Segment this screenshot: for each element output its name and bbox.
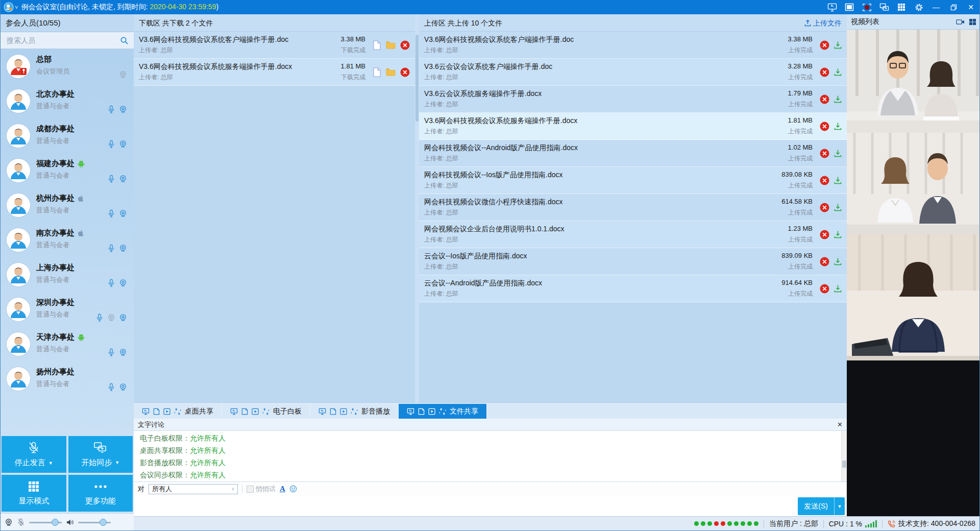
participant-row[interactable]: 北京办事处 普通与会者 — [1, 84, 134, 118]
video-layout-icon[interactable] — [969, 18, 976, 26]
function-tab[interactable]: 文件共享 — [399, 404, 487, 419]
webcam-disabled-icon[interactable] — [119, 70, 127, 79]
send-label[interactable]: 发送(S) — [798, 497, 834, 515]
title-menu-chevron-icon[interactable]: ˅ — [15, 4, 18, 10]
delete-file-icon[interactable] — [820, 122, 829, 131]
delete-file-icon[interactable] — [820, 149, 829, 158]
download-file-icon[interactable] — [834, 230, 842, 238]
download-file-icon[interactable] — [834, 122, 842, 130]
participant-row[interactable]: 总部 会议管理员 — [1, 49, 134, 84]
upload-file-button[interactable]: 上传文件 — [804, 14, 842, 32]
upload-file-row[interactable]: V3.6云会议会议系统客户端操作手册.doc 上传者: 总部 3.28 MB 上… — [419, 59, 847, 86]
delete-file-icon[interactable] — [820, 176, 829, 185]
mic-icon[interactable] — [107, 279, 115, 287]
minimize-button[interactable]: — — [927, 0, 945, 14]
participant-row[interactable]: 杭州办事处 普通与会者 — [1, 188, 134, 223]
display-grid-icon[interactable] — [893, 0, 910, 14]
close-button[interactable]: ✕ — [962, 0, 979, 14]
scrollbar-thumb[interactable] — [415, 35, 419, 122]
download-file-icon[interactable] — [834, 176, 842, 184]
speaker-volume-slider[interactable] — [78, 519, 111, 526]
chat-scrollbar[interactable] — [841, 431, 847, 481]
webcam-icon[interactable] — [119, 244, 127, 252]
font-style-button[interactable]: A — [280, 485, 285, 493]
function-tab[interactable]: 电子白板 — [222, 404, 310, 419]
delete-file-icon[interactable] — [820, 203, 829, 212]
dropdown-caret-icon[interactable]: ▼ — [115, 460, 119, 465]
slider-knob[interactable] — [52, 519, 59, 526]
upload-file-row[interactable]: 云会议--Ios版产品使用指南.docx 上传者: 总部 839.09 KB 上… — [419, 248, 847, 275]
open-file-icon[interactable] — [373, 67, 381, 77]
download-file-icon[interactable] — [834, 203, 842, 211]
delete-file-icon[interactable] — [400, 40, 410, 50]
video-thumbnail[interactable] — [847, 133, 980, 234]
record-icon[interactable] — [858, 0, 875, 14]
open-folder-icon[interactable] — [386, 68, 396, 76]
upload-file-row[interactable]: 网会科技视频会议微信小程序快速指南.docx 上传者: 总部 614.58 KB… — [419, 194, 847, 221]
settings-gear-icon[interactable] — [910, 0, 927, 14]
checkbox-icon[interactable] — [247, 486, 254, 493]
function-tab[interactable]: 影音播放 — [310, 404, 399, 419]
open-folder-icon[interactable] — [386, 41, 396, 49]
participant-row[interactable]: 福建办事处 普通与会者 — [1, 153, 134, 188]
scrollbar-thumb[interactable] — [842, 461, 846, 468]
download-file-row[interactable]: V3.6网会科技视频会议系统服务端操作手册.docx 上传者: 总部 1.81 … — [134, 59, 415, 86]
webcam-icon[interactable] — [119, 140, 127, 148]
upload-file-row[interactable]: V3.6云会议系统服务端操作手册.docx 上传者: 总部 1.79 MB 上传… — [419, 86, 847, 113]
participant-row[interactable]: 成都办事处 普通与会者 — [1, 118, 134, 153]
webcam-icon[interactable] — [119, 175, 127, 183]
start-sync-button[interactable]: 开始同步▼ — [68, 436, 133, 473]
video-capture-icon[interactable] — [956, 18, 965, 26]
webcam-icon[interactable] — [119, 313, 127, 322]
local-mic-muted-icon[interactable] — [17, 518, 25, 526]
download-file-icon[interactable] — [834, 68, 842, 76]
open-file-icon[interactable] — [373, 40, 381, 50]
mic-icon[interactable] — [107, 175, 115, 183]
download-file-icon[interactable] — [834, 41, 842, 49]
webcam-icon[interactable] — [119, 383, 127, 391]
participant-row[interactable]: 南京办事处 普通与会者 — [1, 223, 134, 257]
webcam-icon[interactable] — [119, 279, 127, 287]
dropdown-caret-icon[interactable]: ▼ — [48, 461, 53, 466]
slider-knob[interactable] — [100, 519, 107, 526]
delete-file-icon[interactable] — [820, 40, 829, 50]
app-logo-icon[interactable] — [4, 2, 14, 12]
speaker-icon[interactable] — [66, 518, 74, 526]
delete-file-icon[interactable] — [820, 257, 829, 267]
video-thumbnail[interactable] — [847, 234, 980, 360]
mic-icon[interactable] — [107, 383, 115, 391]
delete-file-icon[interactable] — [820, 94, 829, 104]
webcam-icon[interactable] — [119, 348, 127, 356]
webcam-icon[interactable] — [119, 209, 127, 218]
delete-file-icon[interactable] — [400, 67, 410, 77]
mic-icon[interactable] — [107, 244, 115, 252]
participant-row[interactable]: 天津办事处 普通与会者 — [1, 327, 134, 361]
download-file-icon[interactable] — [834, 284, 842, 293]
panel-divider-scrollbar[interactable] — [415, 14, 419, 403]
upload-file-row[interactable]: V3.6网会科技视频会议系统服务端操作手册.docx 上传者: 总部 1.81 … — [419, 113, 847, 140]
delete-file-icon[interactable] — [820, 67, 829, 77]
stop-speaking-button[interactable]: 停止发言▼ — [2, 436, 66, 473]
upload-file-row[interactable]: 网会科技视频会议--Ios版产品使用指南.docx 上传者: 总部 839.08… — [419, 167, 847, 194]
search-icon[interactable] — [120, 36, 129, 45]
video-thumbnail[interactable] — [847, 30, 980, 133]
upload-file-row[interactable]: 云会议--Android版产品使用指南.docx 上传者: 总部 914.64 … — [419, 275, 847, 302]
mic-icon[interactable] — [107, 209, 115, 218]
upload-file-row[interactable]: V3.6网会科技视频会议系统客户端操作手册.doc 上传者: 总部 3.38 M… — [419, 32, 847, 59]
delete-file-icon[interactable] — [820, 284, 829, 294]
participant-row[interactable]: 上海办事处 普通与会者 — [1, 257, 134, 292]
search-input[interactable] — [6, 36, 120, 45]
mic-icon[interactable] — [107, 140, 115, 148]
mic-icon[interactable] — [107, 348, 115, 356]
chat-close-icon[interactable]: ✕ — [837, 421, 843, 428]
upload-file-row[interactable]: 网会科技视频会议--Android版产品使用指南.docx 上传者: 总部 1.… — [419, 140, 847, 167]
whisper-checkbox[interactable]: 悄悄话 — [247, 485, 276, 494]
send-button[interactable]: 发送(S) ▼ — [798, 497, 845, 515]
mic-volume-slider[interactable] — [29, 519, 62, 526]
participant-row[interactable]: 深圳办事处 普通与会者 — [1, 292, 134, 327]
more-functions-button[interactable]: 更多功能 — [68, 475, 133, 512]
download-file-icon[interactable] — [834, 257, 842, 266]
participant-row[interactable]: 扬州办事处 普通与会者 — [1, 361, 134, 396]
download-file-row[interactable]: V3.6网会科技视频会议系统客户端操作手册.doc 上传者: 总部 3.38 M… — [134, 32, 415, 59]
recipient-select[interactable]: 所有人 ˅ — [149, 484, 238, 494]
